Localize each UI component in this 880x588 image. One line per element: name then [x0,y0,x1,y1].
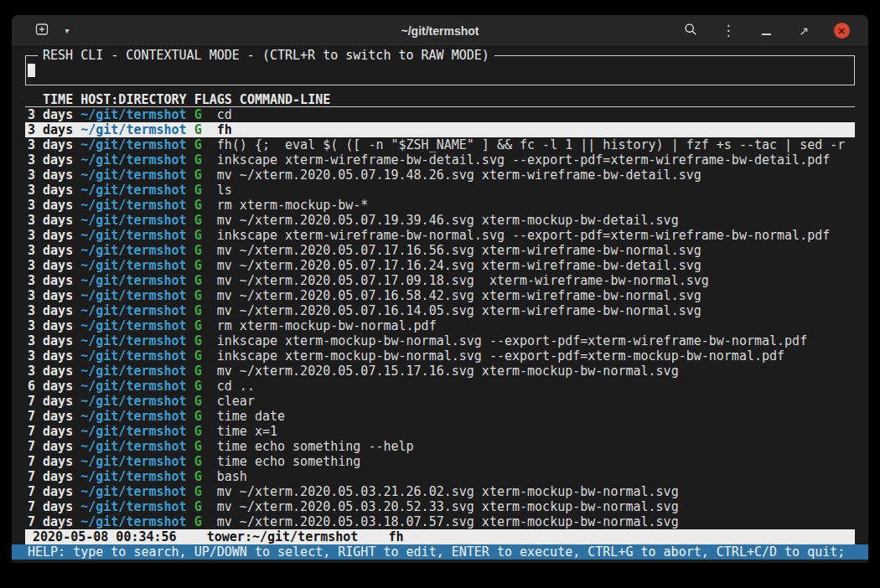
row-flags: G [194,137,202,152]
row-time: 3 days [28,348,80,364]
row-host: ~/git/termshot [80,228,186,243]
search-box[interactable]: RESH CLI - CONTEXTUAL MODE - (CTRL+R to … [25,55,855,85]
history-row[interactable]: 3 days ~/git/termshot G fh [25,122,855,137]
row-separator [202,243,217,258]
row-separator [202,409,217,424]
history-row[interactable]: 7 days ~/git/termshot G time echo someth… [25,454,855,469]
row-separator [187,168,194,183]
row-separator [202,152,217,168]
history-row[interactable]: 3 days ~/git/termshot G ls [25,183,855,198]
row-command: time echo something [217,454,361,469]
history-row[interactable]: 3 days ~/git/termshot G inkscape xterm-m… [25,333,855,348]
titlebar-right-controls: ⋮ ↗ × [682,21,850,41]
row-separator [187,152,194,168]
row-separator [202,183,217,198]
row-command: inkscape xterm-wireframe-bw-normal.svg -… [217,228,831,243]
row-flags: G [194,183,202,198]
row-host: ~/git/termshot [80,318,186,333]
history-row[interactable]: 3 days ~/git/termshot G mv ~/xterm.2020.… [25,288,855,303]
row-separator [202,273,217,288]
row-flags: G [194,333,202,348]
row-host: ~/git/termshot [80,107,186,122]
kebab-menu-icon: ⋮ [722,23,736,38]
history-row[interactable]: 7 days ~/git/termshot G time x=1 [25,424,855,439]
status-bar: 2020-05-08 00:34:56 tower:~/git/termshot… [25,529,855,544]
row-separator [202,379,217,394]
history-row[interactable]: 3 days ~/git/termshot G mv ~/xterm.2020.… [25,243,855,258]
row-separator [202,107,217,122]
history-row[interactable]: 3 days ~/git/termshot G mv ~/xterm.2020.… [25,213,855,228]
history-row[interactable]: 3 days ~/git/termshot G cd [25,107,855,122]
history-row[interactable]: 3 days ~/git/termshot G mv ~/xterm.2020.… [25,273,855,288]
history-row[interactable]: 7 days ~/git/termshot G mv ~/xterm.2020.… [25,514,855,529]
close-icon: × [834,23,850,39]
row-separator [187,424,194,439]
row-command: time echo something --help [217,439,414,454]
history-row[interactable]: 3 days ~/git/termshot G mv ~/xterm.2020.… [25,168,855,183]
row-command: mv ~/xterm.2020.05.07.17.16.24.svg xterm… [217,258,701,273]
row-command: inkscape xterm-wireframe-bw-detail.svg -… [217,152,831,168]
menu-button[interactable]: ⋮ [720,21,737,41]
history-row[interactable]: 3 days ~/git/termshot G mv ~/xterm.2020.… [25,303,855,318]
history-row[interactable]: 6 days ~/git/termshot G cd .. [25,379,855,394]
new-tab-button[interactable] [34,21,50,41]
history-table: TIME HOST:DIRECTORY FLAGS COMMAND-LINE 3… [25,92,855,529]
row-time: 3 days [28,333,80,348]
history-row[interactable]: 3 days ~/git/termshot G rm xterm-mockup-… [25,198,855,213]
history-row[interactable]: 3 days ~/git/termshot G mv ~/xterm.2020.… [25,258,855,273]
row-host: ~/git/termshot [80,288,186,303]
row-time: 3 days [28,364,80,379]
row-host: ~/git/termshot [80,137,186,152]
history-row[interactable]: 3 days ~/git/termshot G inkscape xterm-w… [25,152,855,168]
history-row[interactable]: 7 days ~/git/termshot G bash [25,469,855,484]
titlebar[interactable]: ▾ ~/git/termshot ⋮ [12,15,868,47]
row-separator [187,183,194,198]
history-row[interactable]: 7 days ~/git/termshot G clear [25,394,855,409]
history-row[interactable]: 7 days ~/git/termshot G time echo someth… [25,439,855,454]
history-row[interactable]: 3 days ~/git/termshot G inkscape xterm-w… [25,228,855,243]
row-flags: G [194,364,202,379]
row-flags: G [194,424,202,439]
row-time: 7 days [28,454,80,469]
row-separator [187,348,194,364]
minimize-button[interactable] [758,21,774,41]
row-host: ~/git/termshot [80,364,186,379]
row-host: ~/git/termshot [80,379,186,394]
row-time: 3 days [28,303,80,318]
history-row[interactable]: 7 days ~/git/termshot G mv ~/xterm.2020.… [25,484,855,499]
row-separator [187,273,194,288]
history-row[interactable]: 3 days ~/git/termshot G rm xterm-mockup-… [25,318,855,333]
row-separator [187,514,194,529]
row-host: ~/git/termshot [80,454,186,469]
close-button[interactable]: × [833,21,850,41]
history-row[interactable]: 7 days ~/git/termshot G time date [25,409,855,424]
row-host: ~/git/termshot [80,499,186,514]
search-icon [684,23,697,39]
row-host: ~/git/termshot [80,469,186,484]
row-flags: G [194,243,202,258]
row-separator [187,409,194,424]
search-button[interactable] [682,21,699,41]
row-separator [202,168,217,183]
row-time: 7 days [28,394,80,409]
row-separator [187,137,194,152]
row-flags: G [194,469,202,484]
row-separator [187,439,194,454]
row-separator [187,213,194,228]
row-time: 7 days [28,469,80,484]
row-time: 3 days [28,152,80,168]
row-host: ~/git/termshot [80,348,186,364]
tab-dropdown-button[interactable]: ▾ [59,21,75,41]
history-row[interactable]: 3 days ~/git/termshot G fh() {; eval $( … [25,137,855,152]
restore-button[interactable]: ↗ [795,21,812,41]
row-command: mv ~/xterm.2020.05.07.16.14.05.svg xterm… [217,303,701,318]
history-row[interactable]: 3 days ~/git/termshot G mv ~/xterm.2020.… [25,364,855,379]
row-time: 3 days [28,318,80,333]
row-flags: G [194,348,202,364]
search-box-label: RESH CLI - CONTEXTUAL MODE - (CTRL+R to … [38,48,494,63]
history-row[interactable]: 3 days ~/git/termshot G inkscape xterm-m… [25,348,855,364]
history-row[interactable]: 7 days ~/git/termshot G mv ~/xterm.2020.… [25,499,855,514]
row-flags: G [194,318,202,333]
row-flags: G [194,198,202,213]
row-separator [187,379,194,394]
